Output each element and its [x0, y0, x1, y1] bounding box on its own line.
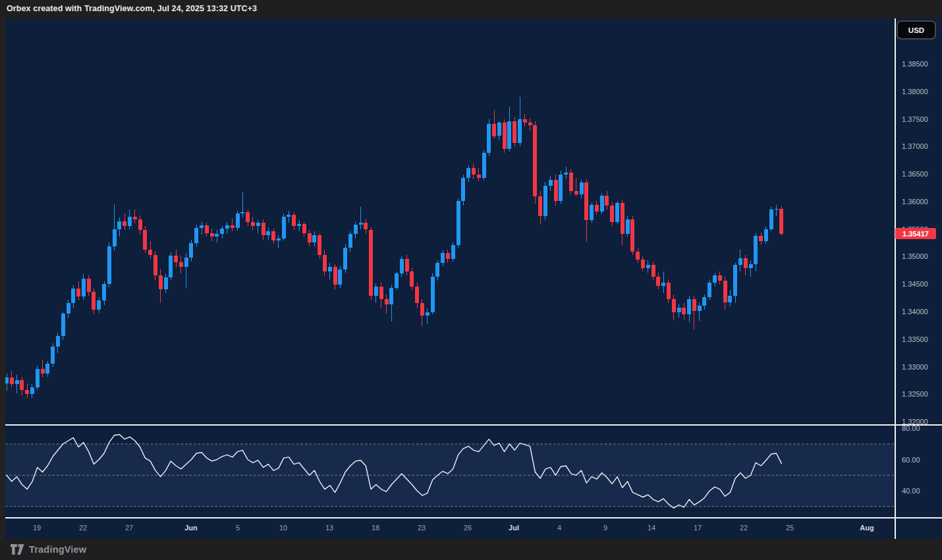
candle — [262, 219, 265, 240]
candle — [385, 294, 389, 314]
candle — [610, 202, 614, 226]
candle — [41, 360, 45, 378]
candle — [574, 178, 578, 196]
candle — [702, 294, 706, 310]
candle — [636, 248, 640, 263]
tradingview-logo-link[interactable]: TradingView — [11, 544, 86, 555]
candle — [543, 182, 547, 221]
candle — [646, 260, 650, 272]
candle — [466, 165, 470, 182]
price-axis-label: 1.37000 — [902, 142, 928, 150]
rsi-axis[interactable]: 80.0060.0040.00 — [896, 425, 942, 518]
axis-separator — [5, 517, 942, 518]
time-axis-label: 4 — [557, 524, 561, 532]
candle — [174, 250, 178, 267]
time-axis-label: 10 — [279, 524, 287, 532]
price-axis-label: 1.33000 — [902, 363, 928, 371]
candle — [107, 242, 111, 288]
price-axis-label: 1.36000 — [902, 198, 928, 206]
candle — [630, 216, 634, 255]
candle — [148, 241, 152, 259]
candle — [661, 271, 665, 294]
candle — [584, 179, 588, 242]
candle — [200, 222, 204, 235]
candle — [123, 213, 126, 230]
tradingview-wordmark: TradingView — [29, 544, 86, 555]
candle — [113, 204, 117, 251]
candle — [210, 229, 214, 241]
time-axis-label: 17 — [694, 524, 702, 532]
time-axis-label: 23 — [418, 524, 426, 532]
candle — [354, 222, 358, 238]
candle — [400, 256, 404, 277]
candle — [389, 285, 393, 322]
price-axis-label: 1.36500 — [902, 170, 928, 178]
price-pane[interactable] — [5, 18, 895, 425]
candle — [492, 110, 496, 139]
candle — [97, 297, 101, 312]
candle — [451, 242, 455, 262]
candle — [328, 263, 332, 279]
candle — [605, 191, 609, 210]
candle — [538, 191, 542, 224]
price-axis[interactable]: 1.385001.380001.375001.370001.365001.360… — [896, 18, 942, 425]
candle — [477, 168, 481, 181]
time-axis-label: 9 — [603, 524, 607, 532]
candle — [138, 215, 142, 235]
candle — [143, 226, 147, 254]
candle — [426, 308, 429, 324]
candle — [569, 169, 573, 194]
candle — [472, 163, 476, 179]
candle — [379, 283, 383, 308]
candle — [266, 227, 270, 239]
time-axis[interactable]: 192227Jun51013182326Jul4914172225Aug — [5, 518, 942, 539]
candle — [30, 384, 34, 398]
candle — [431, 273, 435, 314]
price-axis-label: 1.34000 — [902, 308, 928, 316]
candle — [677, 304, 681, 318]
candle — [707, 279, 711, 300]
candle — [415, 283, 419, 308]
time-axis-label: 25 — [786, 524, 794, 532]
candle — [128, 210, 132, 229]
candle — [457, 198, 460, 248]
candle — [246, 210, 250, 226]
candle — [308, 230, 312, 246]
candle — [92, 289, 96, 314]
pane-separator[interactable] — [5, 424, 942, 426]
time-axis-month-label: Jul — [509, 524, 519, 532]
candle — [153, 251, 157, 281]
candle — [225, 222, 229, 234]
time-axis-label: 14 — [648, 524, 655, 532]
candle — [364, 219, 368, 234]
candle — [759, 233, 763, 245]
candle — [220, 226, 224, 238]
candle — [698, 302, 702, 321]
currency-toggle-button[interactable]: USD — [897, 20, 936, 40]
candle — [513, 117, 516, 147]
chart-window: Orbex created with TradingView.com, Jul … — [0, 0, 942, 560]
candle — [251, 217, 255, 229]
candle — [164, 273, 168, 294]
candle — [343, 244, 347, 272]
candle — [374, 283, 378, 302]
candle — [580, 180, 584, 198]
candle — [292, 212, 296, 230]
rsi-axis-label: 80.00 — [902, 424, 920, 432]
candle — [312, 231, 316, 246]
last-price-badge: 1.35417 — [895, 228, 936, 239]
candle — [271, 229, 275, 244]
rsi-pane[interactable] — [5, 425, 895, 518]
tradingview-icon — [11, 544, 24, 555]
rsi-axis-label: 60.00 — [902, 456, 920, 464]
candle — [754, 233, 758, 271]
title-bar: Orbex created with TradingView.com, Jul … — [0, 0, 942, 18]
price-axis-label: 1.38500 — [902, 60, 928, 68]
candle — [333, 264, 337, 289]
price-axis-label: 1.33500 — [902, 335, 928, 343]
candle — [559, 171, 563, 204]
candle — [667, 279, 671, 303]
candle — [56, 333, 60, 354]
candle — [487, 119, 491, 155]
candle — [205, 223, 209, 237]
